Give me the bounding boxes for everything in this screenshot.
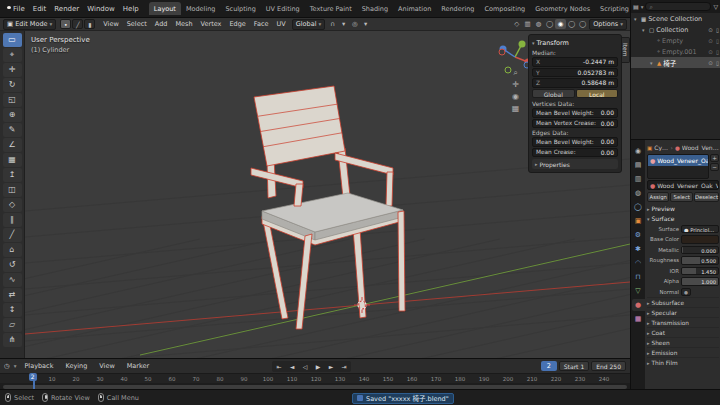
properties-tab-object-data[interactable]: ▽ bbox=[632, 285, 645, 297]
play-button[interactable]: ▶ bbox=[312, 362, 324, 371]
properties-tab-texture[interactable]: ▦ bbox=[632, 313, 645, 325]
pan-hand-icon[interactable]: ✛ bbox=[509, 80, 522, 91]
tool-extrude-region[interactable]: ↥ bbox=[3, 168, 22, 182]
viewport-menu-face[interactable]: Face bbox=[250, 18, 273, 30]
tool-rip-region[interactable]: ⋔ bbox=[3, 333, 22, 347]
tool-annotate[interactable]: ✎ bbox=[3, 123, 22, 137]
ior-slider[interactable]: 1.450 bbox=[681, 267, 719, 276]
frame-end-field[interactable]: End 250 bbox=[591, 361, 626, 371]
shading-solid-icon[interactable]: ◉ bbox=[555, 19, 566, 29]
material-slot-list[interactable]: ● Wood_Veneer_Oak_V bbox=[647, 154, 709, 179]
base-color-swatch[interactable] bbox=[681, 235, 719, 244]
jump-to-end-button[interactable]: ⇥ bbox=[338, 362, 350, 371]
topbar-menu-file[interactable]: File bbox=[9, 3, 29, 15]
material-datablock-field[interactable]: ● Wood_Veneer_Oak_Vie × bbox=[647, 180, 719, 190]
workspace-tab-shading[interactable]: Shading bbox=[357, 2, 393, 15]
tool-select-box[interactable]: ▭ bbox=[3, 33, 22, 47]
n-panel-tab-item[interactable]: Item bbox=[622, 37, 630, 63]
timeline-menu-keying[interactable]: Keying bbox=[61, 360, 91, 372]
tool-measure[interactable]: ∠ bbox=[3, 138, 22, 152]
tool-shear[interactable]: ▱ bbox=[3, 318, 22, 332]
current-frame-field[interactable]: 2 bbox=[541, 361, 557, 371]
viewport-menu-add[interactable]: Add bbox=[151, 18, 172, 30]
section-specular[interactable]: ▸Specular bbox=[647, 307, 719, 317]
roughness-slider[interactable]: 0.500 bbox=[681, 256, 719, 265]
tool-spin[interactable]: ↺ bbox=[3, 258, 22, 272]
select-button[interactable]: Select bbox=[670, 192, 692, 202]
median-x-field[interactable]: X-0.2447 m bbox=[532, 57, 618, 67]
scrollbar-thumb[interactable] bbox=[3, 385, 627, 389]
workspace-tab-compositing[interactable]: Compositing bbox=[479, 2, 530, 15]
tool-move[interactable]: ✛ bbox=[3, 63, 22, 77]
hide-in-viewport-icon[interactable]: ⊙ bbox=[708, 38, 714, 44]
frame-start-field[interactable]: Start 1 bbox=[559, 361, 589, 371]
filter-icon[interactable]: ▽ bbox=[713, 3, 718, 10]
transform-panel-header[interactable]: ▾ Transform bbox=[532, 38, 618, 48]
shading-material-preview-icon[interactable]: ◯ bbox=[566, 19, 577, 29]
properties-tab-constraints[interactable]: ⊓ bbox=[632, 271, 645, 283]
mode-selector[interactable]: ▣ Edit Mode ▾ bbox=[3, 19, 56, 30]
snap-magnet-icon[interactable]: ∩ bbox=[327, 19, 338, 29]
tool-rotate[interactable]: ↻ bbox=[3, 78, 22, 92]
properties-tab-object[interactable]: ▣ bbox=[632, 215, 645, 227]
timeline-ruler[interactable]: 1020304050607080901001101201301401501601… bbox=[0, 373, 630, 383]
topbar-menu-render[interactable]: Render bbox=[50, 3, 83, 15]
properties-tab-material[interactable]: ● bbox=[632, 299, 645, 311]
topbar-menu-edit[interactable]: Edit bbox=[29, 3, 51, 15]
tool-edge-slide[interactable]: ⇄ bbox=[3, 288, 22, 302]
local-button[interactable]: Local bbox=[576, 89, 619, 99]
workspace-tab-layout[interactable]: Layout bbox=[149, 2, 181, 15]
hide-in-viewport-icon[interactable]: ⊙ bbox=[708, 27, 714, 33]
tool-knife[interactable]: ╱ bbox=[3, 228, 22, 242]
viewport-menu-uv[interactable]: UV bbox=[272, 18, 289, 30]
workspace-tab-uv-editing[interactable]: UV Editing bbox=[261, 2, 305, 15]
show-gizmos-icon[interactable]: ◇ bbox=[511, 19, 522, 29]
alpha-slider[interactable]: 1.000 bbox=[681, 277, 719, 286]
viewport-menu-edge[interactable]: Edge bbox=[225, 18, 249, 30]
tool-inset-faces[interactable]: ◫ bbox=[3, 183, 22, 197]
workspace-tab-modeling[interactable]: Modeling bbox=[181, 2, 221, 15]
mean-bevel-weight-slider[interactable]: Mean Bevel Weight:0.00 bbox=[532, 137, 618, 147]
tool-cursor[interactable]: ⌖ bbox=[3, 48, 22, 62]
normal-input[interactable]: ● bbox=[681, 288, 691, 297]
edge-select-button[interactable]: ╱ bbox=[72, 19, 83, 29]
deselect-button[interactable]: Deselect bbox=[694, 192, 719, 202]
global-button[interactable]: Global bbox=[532, 89, 575, 99]
remove-slot-button[interactable]: − bbox=[710, 163, 719, 171]
properties-tab-render[interactable]: ◉ bbox=[632, 145, 645, 157]
workspace-tab-geometry-nodes[interactable]: Geometry Nodes bbox=[530, 2, 595, 15]
workspace-tab-texture-paint[interactable]: Texture Paint bbox=[305, 2, 357, 15]
snap-options-icon[interactable]: ▾ bbox=[338, 19, 349, 29]
mean-vertex-crease-slider[interactable]: Mean Vertex Crease:0.00 bbox=[532, 119, 618, 129]
surface-section-header[interactable]: ▾ Surface bbox=[647, 214, 719, 224]
section-transmission[interactable]: ▸Transmission bbox=[647, 317, 719, 327]
tool-loop-cut[interactable]: ∥ bbox=[3, 213, 22, 227]
topbar-menu-help[interactable]: Help bbox=[119, 3, 143, 15]
play-reverse-button[interactable]: ◁ bbox=[299, 362, 311, 371]
add-slot-button[interactable]: + bbox=[710, 154, 719, 162]
breadcrumb-object[interactable]: Cylinder bbox=[654, 144, 668, 151]
topbar-menu-window[interactable]: Window bbox=[83, 3, 119, 15]
median-z-field[interactable]: Z0.58648 m bbox=[532, 78, 618, 88]
timeline-editor-icon[interactable]: ◷ bbox=[4, 362, 10, 370]
outliner-item-collection[interactable]: ▾ ▢ Collection⊙▯ bbox=[631, 24, 720, 35]
jump-to-start-button[interactable]: ⇤ bbox=[273, 362, 285, 371]
tool-poly-build[interactable]: ⌂ bbox=[3, 243, 22, 257]
metallic-slider[interactable]: 0.000 bbox=[681, 246, 719, 255]
properties-tab-output[interactable]: ▤ bbox=[632, 159, 645, 171]
hide-in-viewport-icon[interactable]: ⊙ bbox=[708, 49, 714, 55]
toggle-xray-icon[interactable]: ▥ bbox=[522, 19, 533, 29]
next-keyframe-button[interactable]: ► bbox=[325, 362, 337, 371]
properties-tab-modifiers[interactable]: ⚙ bbox=[632, 229, 645, 241]
properties-tab-physics[interactable]: ◠ bbox=[632, 257, 645, 269]
section-thin-film[interactable]: ▸Thin Film bbox=[647, 357, 719, 367]
disclosure-icon[interactable]: ▾ bbox=[650, 60, 655, 66]
breadcrumb-material[interactable]: Wood_Veneer_Oak_Vi bbox=[682, 144, 719, 151]
outliner-item-scene-collection[interactable]: ▾ ▦ Scene Collection bbox=[631, 13, 720, 24]
outliner-editor-icon[interactable]: ▤ bbox=[633, 3, 639, 10]
tool-add-cube[interactable]: ▦ bbox=[3, 153, 22, 167]
section-emission[interactable]: ▸Emission bbox=[647, 347, 719, 357]
properties-section-header[interactable]: ▸ Properties bbox=[532, 159, 618, 169]
disclosure-icon[interactable]: ▾ bbox=[642, 27, 647, 33]
material-slot-selected[interactable]: ● Wood_Veneer_Oak_V bbox=[648, 155, 708, 166]
